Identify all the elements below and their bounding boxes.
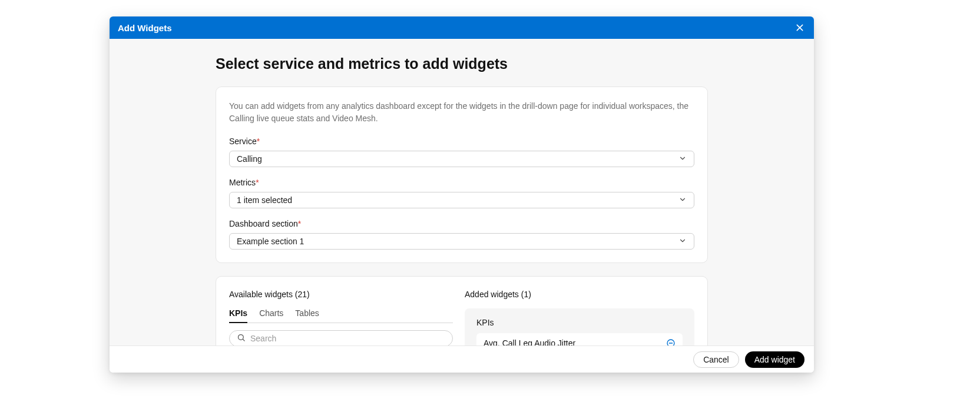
metrics-field: Metrics* 1 item selected [229,178,694,208]
metrics-label: Metrics* [229,178,694,187]
settings-card: You can add widgets from any analytics d… [216,87,708,263]
added-widget-name: Avg. Call Leg Audio Jitter [484,338,575,345]
dashboard-section-value: Example section 1 [237,237,304,246]
dashboard-section-field: Dashboard section* Example section 1 [229,219,694,250]
widget-tabs: KPIs Charts Tables [229,308,453,323]
close-icon[interactable] [794,22,806,34]
svg-point-4 [667,340,674,345]
available-widgets-title: Available widgets (21) [229,290,453,299]
add-widgets-modal: Add Widgets Select service and metrics t… [110,16,814,373]
service-select[interactable]: Calling [229,151,694,167]
metrics-select[interactable]: 1 item selected [229,192,694,208]
tab-tables[interactable]: Tables [295,308,319,323]
svg-line-3 [243,339,244,341]
chevron-down-icon [678,237,687,247]
modal-title: Add Widgets [118,23,172,33]
search-input[interactable] [250,334,445,343]
add-widget-button[interactable]: Add widget [745,351,804,368]
search-icon [237,333,246,344]
service-field: Service* Calling [229,137,694,167]
modal-footer: Cancel Add widget [110,345,814,373]
added-widgets-column: Added widgets (1) KPIs Avg. Call Leg Aud… [465,290,694,345]
remove-circle-icon[interactable] [666,338,676,345]
service-value: Calling [237,154,262,164]
modal-body: Select service and metrics to add widget… [110,39,814,345]
search-box[interactable] [229,330,453,345]
tab-kpis[interactable]: KPIs [229,308,247,323]
added-section-label: KPIs [476,318,683,327]
tab-charts[interactable]: Charts [259,308,283,323]
added-widgets-title: Added widgets (1) [465,290,694,299]
widgets-card: Available widgets (21) KPIs Charts Table… [216,276,708,345]
page-title: Select service and metrics to add widget… [216,55,708,72]
cancel-button[interactable]: Cancel [693,351,739,368]
dashboard-section-select[interactable]: Example section 1 [229,233,694,250]
metrics-value: 1 item selected [237,195,292,205]
available-widgets-column: Available widgets (21) KPIs Charts Table… [229,290,453,345]
service-label: Service* [229,137,694,146]
added-widgets-panel: KPIs Avg. Call Leg Audio Jitter [465,308,694,345]
modal-header: Add Widgets [110,16,814,39]
dashboard-section-label: Dashboard section* [229,219,694,228]
chevron-down-icon [678,154,687,164]
description-text: You can add widgets from any analytics d… [229,100,694,125]
chevron-down-icon [678,195,687,205]
added-widget-item: Avg. Call Leg Audio Jitter [476,333,683,345]
